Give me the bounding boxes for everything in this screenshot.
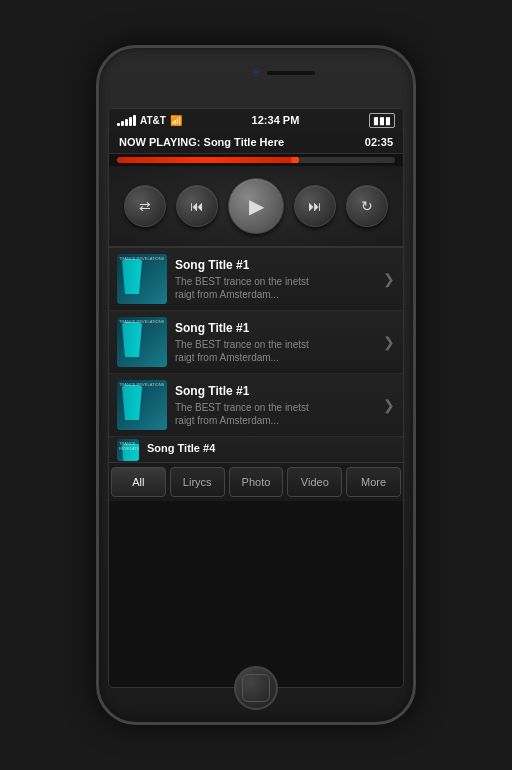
now-playing-label: NOW PLAYING: Song Title Here <box>119 136 284 148</box>
progress-container[interactable] <box>109 154 403 166</box>
chevron-right-icon: ❯ <box>383 334 395 350</box>
play-icon: ▶ <box>249 194 264 218</box>
now-playing-time: 02:35 <box>365 136 393 148</box>
playback-controls: ⇄ ⏮ ▶ ⏭ ↻ <box>109 166 403 248</box>
status-right: ▮▮▮ <box>369 113 395 128</box>
repeat-icon: ↻ <box>361 198 373 214</box>
home-button[interactable] <box>234 666 278 710</box>
list-item[interactable]: Song Title #1 The BEST trance on the ine… <box>109 311 403 374</box>
song-info-partial: Song Title #4 <box>139 442 395 457</box>
song-title: Song Title #1 <box>175 258 375 272</box>
song-thumbnail <box>117 317 167 367</box>
song-info: Song Title #1 The BEST trance on the ine… <box>167 384 383 427</box>
tab-lyrics[interactable]: Lirycs <box>170 467 225 497</box>
shuffle-button[interactable]: ⇄ <box>124 185 166 227</box>
repeat-button[interactable]: ↻ <box>346 185 388 227</box>
song-title-partial: Song Title #4 <box>147 442 387 454</box>
song-description: The BEST trance on the inetst raigt from… <box>175 401 375 427</box>
tab-more[interactable]: More <box>346 467 401 497</box>
status-left: AT&T 📶 <box>117 115 182 126</box>
song-info: Song Title #1 The BEST trance on the ine… <box>167 321 383 364</box>
earpiece-speaker <box>266 70 316 76</box>
next-button[interactable]: ⏭ <box>294 185 336 227</box>
phone-screen: AT&T 📶 12:34 PM ▮▮▮ NOW PLAYING: Song Ti… <box>108 108 404 688</box>
list-item-partial: Song Title #4 <box>109 437 403 462</box>
front-camera <box>252 68 260 76</box>
status-time: 12:34 PM <box>252 114 300 126</box>
song-title: Song Title #1 <box>175 384 375 398</box>
song-info: Song Title #1 The BEST trance on the ine… <box>167 258 383 301</box>
song-thumbnail <box>117 254 167 304</box>
song-description: The BEST trance on the inetst raigt from… <box>175 338 375 364</box>
chevron-right-icon: ❯ <box>383 271 395 287</box>
progress-bar[interactable] <box>117 157 395 163</box>
now-playing-bar: NOW PLAYING: Song Title Here 02:35 <box>109 131 403 154</box>
song-thumbnail-partial <box>117 439 139 461</box>
song-list: Song Title #1 The BEST trance on the ine… <box>109 248 403 462</box>
song-title: Song Title #1 <box>175 321 375 335</box>
song-description: The BEST trance on the inetst raigt from… <box>175 275 375 301</box>
prev-button[interactable]: ⏮ <box>176 185 218 227</box>
tab-video[interactable]: Video <box>287 467 342 497</box>
list-item[interactable]: Song Title #1 The BEST trance on the ine… <box>109 374 403 437</box>
tab-photo[interactable]: Photo <box>229 467 284 497</box>
carrier-name: AT&T <box>140 115 166 126</box>
progress-fill <box>117 157 298 163</box>
chevron-right-icon: ❯ <box>383 397 395 413</box>
shuffle-icon: ⇄ <box>139 198 151 214</box>
prev-icon: ⏮ <box>190 198 204 214</box>
next-icon: ⏭ <box>308 198 322 214</box>
play-button[interactable]: ▶ <box>228 178 284 234</box>
tab-all[interactable]: All <box>111 467 166 497</box>
list-item[interactable]: Song Title #1 The BEST trance on the ine… <box>109 248 403 311</box>
phone-device: AT&T 📶 12:34 PM ▮▮▮ NOW PLAYING: Song Ti… <box>96 45 416 725</box>
wifi-icon: 📶 <box>170 115 182 126</box>
signal-bars <box>117 115 136 126</box>
battery-icon: ▮▮▮ <box>369 113 395 128</box>
song-thumbnail <box>117 380 167 430</box>
status-bar: AT&T 📶 12:34 PM ▮▮▮ <box>109 109 403 131</box>
home-button-inner <box>242 674 270 702</box>
tab-bar: All Lirycs Photo Video More <box>109 462 403 501</box>
